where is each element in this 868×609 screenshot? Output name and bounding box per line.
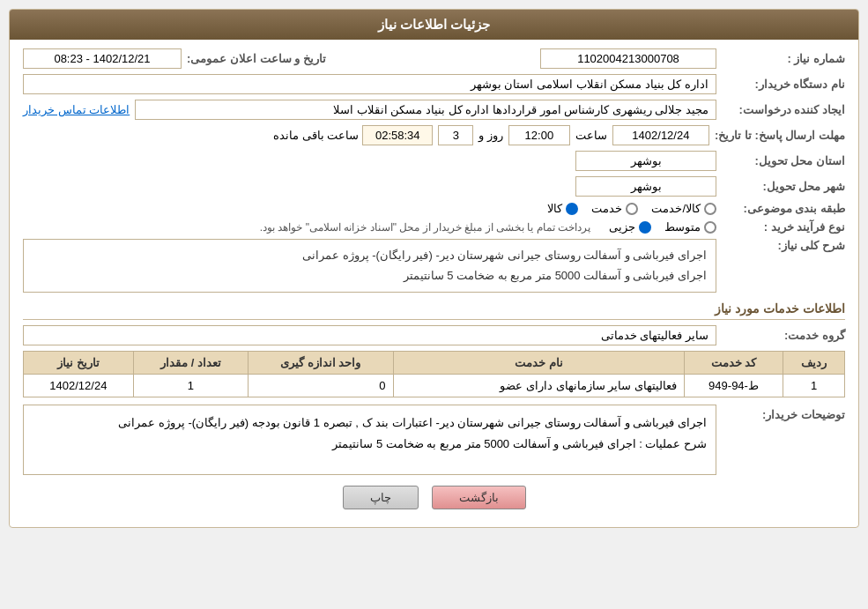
process-radio-group: متوسط جزیی xyxy=(609,220,716,234)
need-desc-row: شرح کلی نیاز: اجرای فیرباشی و آسفالت روس… xyxy=(23,239,845,293)
radio-kala-icon xyxy=(566,203,578,215)
need-desc-box: اجرای فیرباشی و آسفالت روستای جیرانی شهر… xyxy=(23,239,716,293)
remaining-time: 02:58:34 xyxy=(362,125,433,145)
date-value: 1402/12/21 - 08:23 xyxy=(23,48,182,69)
need-desc-label: شرح کلی نیاز: xyxy=(722,239,845,252)
col-qty: تعداد / مقدار xyxy=(133,351,248,374)
response-deadline-label: مهلت ارسال پاسخ: تا تاریخ: xyxy=(715,129,845,142)
date-label: تاریخ و ساعت اعلان عمومی: xyxy=(187,52,326,65)
radio-motavasset-icon xyxy=(704,221,716,234)
category-radio-kala[interactable]: کالا xyxy=(547,202,578,215)
creator-row: ایجاد کننده درخواست: مجید جلالی ریشهری ک… xyxy=(23,100,845,120)
response-days: 3 xyxy=(438,125,473,145)
buyer-notes-value: اجرای فیرباشی و آسفالت روستای جیرانی شهر… xyxy=(118,416,707,451)
province-value: بوشهر xyxy=(575,151,716,171)
back-button[interactable]: بازگشت xyxy=(432,486,526,509)
category-khedmat-label: خدمت xyxy=(591,202,622,215)
services-section-title: اطلاعات خدمات مورد نیاز xyxy=(23,301,845,320)
col-row: ردیف xyxy=(783,351,845,374)
response-time-label: ساعت xyxy=(575,129,607,142)
buyer-org-label: نام دستگاه خریدار: xyxy=(722,78,845,91)
radio-jozi-icon xyxy=(639,221,651,234)
category-radio-khedmat[interactable]: خدمت xyxy=(591,202,638,215)
response-deadline-row: مهلت ارسال پاسخ: تا تاریخ: 1402/12/24 سا… xyxy=(23,125,845,145)
city-value: بوشهر xyxy=(575,176,716,197)
need-desc-value: اجرای فیرباشی و آسفالت روستای جیرانی شهر… xyxy=(302,249,707,282)
buyer-org-value: اداره کل بنیاد مسکن انقلاب اسلامی استان … xyxy=(23,74,716,94)
col-code: کد خدمت xyxy=(684,351,783,374)
cell-name: فعالیتهای سایر سازمانهای دارای عضو xyxy=(393,374,684,397)
services-table: ردیف کد خدمت نام خدمت واحد اندازه گیری ت… xyxy=(23,351,845,397)
category-kala-label: کالا xyxy=(547,202,562,215)
need-number-row: شماره نیاز : 1102004213000708 تاریخ و سا… xyxy=(23,48,845,69)
buyer-notes-row: توضیحات خریدار: اجرای فیرباشی و آسفالت ر… xyxy=(23,405,845,475)
response-time: 12:00 xyxy=(508,125,570,145)
service-group-value: سایر فعالیتهای خدماتی xyxy=(23,325,716,345)
province-row: استان محل تحویل: بوشهر xyxy=(23,151,845,171)
creator-value: مجید جلالی ریشهری کارشناس امور قراردادها… xyxy=(135,100,716,120)
buttons-row: بازگشت چاپ xyxy=(23,486,845,518)
creator-contact-link[interactable]: اطلاعات تماس خریدار xyxy=(23,103,130,116)
cell-qty: 1 xyxy=(133,374,248,397)
process-radio-jozi[interactable]: جزیی xyxy=(609,220,651,234)
city-label: شهر محل تحویل: xyxy=(722,180,845,193)
category-row: طبقه بندی موضوعی: کالا/خدمت خدمت کالا xyxy=(23,202,845,215)
category-radio-kala-khedmat[interactable]: کالا/خدمت xyxy=(651,202,716,215)
category-radio-group: کالا/خدمت خدمت کالا xyxy=(547,202,716,215)
radio-khedmat-icon xyxy=(626,203,638,215)
process-row: نوع فرآیند خرید : متوسط جزیی پرداخت تمام… xyxy=(23,220,845,234)
city-row: شهر محل تحویل: بوشهر xyxy=(23,176,845,197)
cell-code: ط-94-949 xyxy=(684,374,783,397)
process-motavasset-label: متوسط xyxy=(664,220,701,234)
province-label: استان محل تحویل: xyxy=(722,154,845,167)
process-jozi-label: جزیی xyxy=(609,220,635,234)
need-number-value: 1102004213000708 xyxy=(540,48,716,69)
response-day-label: روز و xyxy=(479,129,503,142)
page-title: جزئیات اطلاعات نیاز xyxy=(378,17,490,32)
process-radio-motavasset[interactable]: متوسط xyxy=(664,220,716,234)
process-label: نوع فرآیند خرید : xyxy=(722,220,845,234)
table-row: 1 ط-94-949 فعالیتهای سایر سازمانهای دارا… xyxy=(24,374,845,397)
process-note: پرداخت تمام یا بخشی از مبلغ خریدار از مح… xyxy=(260,221,590,234)
buyer-notes-box: اجرای فیرباشی و آسفالت روستای جیرانی شهر… xyxy=(23,405,716,475)
remaining-label: ساعت باقی مانده xyxy=(273,129,359,142)
category-kala-khedmat-label: کالا/خدمت xyxy=(651,202,701,215)
service-group-label: گروه خدمت: xyxy=(722,329,845,342)
category-label: طبقه بندی موضوعی: xyxy=(722,202,845,215)
response-date: 1402/12/24 xyxy=(612,125,709,145)
col-date: تاریخ نیاز xyxy=(24,351,134,374)
cell-date: 1402/12/24 xyxy=(24,374,134,397)
page-header: جزئیات اطلاعات نیاز xyxy=(10,10,858,40)
radio-kala-khedmat-icon xyxy=(704,203,716,215)
cell-unit: 0 xyxy=(249,374,393,397)
creator-label: ایجاد کننده درخواست: xyxy=(722,103,845,116)
remaining-box: 02:58:34 ساعت باقی مانده xyxy=(273,125,433,145)
buyer-notes-label: توضیحات خریدار: xyxy=(722,405,845,421)
service-group-row: گروه خدمت: سایر فعالیتهای خدماتی xyxy=(23,325,845,345)
buyer-org-row: نام دستگاه خریدار: اداره کل بنیاد مسکن ا… xyxy=(23,74,845,94)
cell-row: 1 xyxy=(783,374,845,397)
print-button[interactable]: چاپ xyxy=(343,486,419,509)
col-unit: واحد اندازه گیری xyxy=(249,351,393,374)
col-name: نام خدمت xyxy=(393,351,684,374)
need-number-label: شماره نیاز : xyxy=(722,52,845,65)
